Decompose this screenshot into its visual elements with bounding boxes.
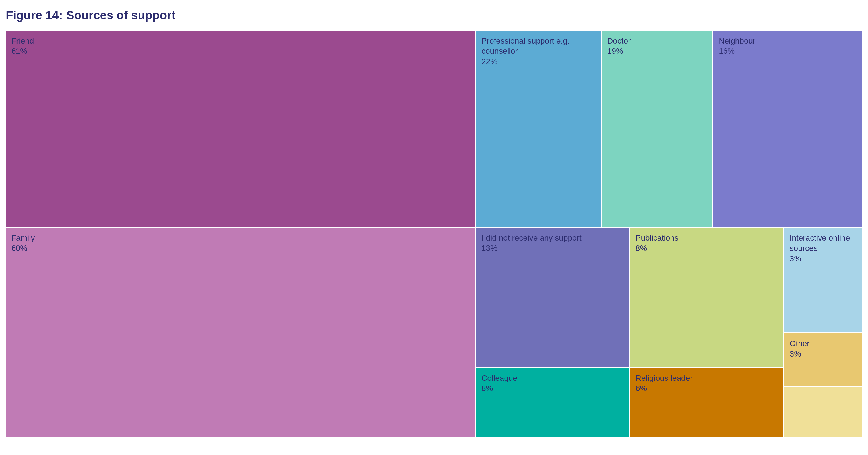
religious-label: Religious leader: [636, 373, 693, 383]
family-cell: Family 60%: [6, 228, 475, 437]
no-support-colleague-col: I did not receive any support 13% Collea…: [476, 228, 629, 437]
interactive-value: 3%: [790, 254, 801, 263]
right-top-row: Professional support e.g. counsellor 22%…: [476, 31, 862, 227]
treemap: Friend 61% Family 60% Professional suppo…: [6, 31, 862, 437]
publications-cell: Publications 8%: [630, 228, 783, 367]
no-support-label: I did not receive any support: [482, 233, 582, 243]
other-value: 3%: [790, 350, 801, 359]
other-cell: Other 3%: [784, 333, 862, 386]
interactive-cell: Interactive online sources 3%: [784, 228, 862, 332]
friend-value: 61%: [11, 47, 27, 56]
publications-label: Publications: [636, 233, 679, 243]
friend-label: Friend: [11, 36, 34, 46]
pub-religious-col: Publications 8% Religious leader 6%: [630, 228, 783, 437]
colleague-label: Colleague: [482, 373, 517, 383]
friend-cell: Friend 61%: [6, 31, 475, 227]
no-support-value: 13%: [482, 244, 497, 253]
colleague-cell: Colleague 8%: [476, 368, 629, 437]
professional-value: 22%: [482, 57, 497, 66]
professional-label: Professional support e.g. counsellor: [482, 36, 595, 57]
family-label: Family: [11, 233, 35, 243]
professional-cell: Professional support e.g. counsellor 22%: [476, 31, 601, 227]
doctor-value: 19%: [607, 47, 623, 56]
left-column: Friend 61% Family 60%: [6, 31, 475, 437]
doctor-label: Doctor: [607, 36, 630, 46]
chart-title: Figure 14: Sources of support: [6, 8, 862, 22]
other-label: Other: [790, 338, 810, 348]
neighbour-value: 16%: [719, 47, 735, 56]
right-bottom-row: I did not receive any support 13% Collea…: [476, 228, 862, 437]
right-column: Professional support e.g. counsellor 22%…: [476, 31, 862, 437]
interactive-label: Interactive online sources: [790, 233, 856, 254]
neighbour-label: Neighbour: [719, 36, 755, 46]
neighbour-cell: Neighbour 16%: [713, 31, 862, 227]
religious-value: 6%: [636, 384, 647, 393]
small-stack-col: Interactive online sources 3% Other 3%: [784, 228, 862, 437]
doctor-cell: Doctor 19%: [601, 31, 712, 227]
no-support-cell: I did not receive any support 13%: [476, 228, 629, 367]
religious-cell: Religious leader 6%: [630, 368, 783, 437]
colleague-value: 8%: [482, 384, 493, 393]
family-value: 60%: [11, 244, 27, 253]
publications-value: 8%: [636, 244, 647, 253]
tiny-cell: [784, 387, 862, 437]
